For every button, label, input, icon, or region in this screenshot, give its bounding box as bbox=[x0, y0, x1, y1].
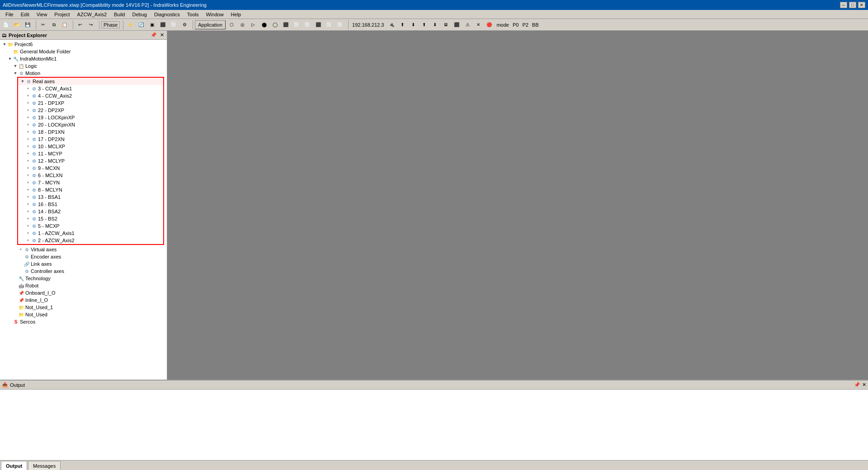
tb-net-5[interactable]: ⬇ bbox=[430, 20, 440, 30]
tb-net-3[interactable]: ⬇ bbox=[408, 20, 418, 30]
tree-node-axis-5[interactable]: + ⚙ 5 - MCXP bbox=[18, 222, 163, 230]
tree-node-axis-15[interactable]: + ⚙ 15 - BS2 bbox=[18, 215, 163, 222]
tb-btn-4[interactable]: ⬛ bbox=[158, 20, 168, 30]
tb-net-8[interactable]: ⚠ bbox=[462, 20, 472, 30]
tree-node-axis-9[interactable]: + ⚙ 9 - MCXN bbox=[18, 164, 163, 172]
tree-node-robot[interactable]: 🤖 Robot bbox=[0, 282, 167, 289]
tree-node-axis-14[interactable]: + ⚙ 14 - BSA2 bbox=[18, 208, 163, 215]
output-close[interactable]: ✕ bbox=[862, 382, 866, 388]
tree-node-controller-axes[interactable]: ⚙ Controller axes bbox=[0, 268, 167, 275]
expand-general-module[interactable] bbox=[7, 49, 13, 54]
tree-node-axis-1[interactable]: + ⚙ 1 - AZCW_Axis1 bbox=[18, 230, 163, 237]
expand-sercos[interactable] bbox=[7, 319, 13, 324]
expand-axis-17[interactable]: + bbox=[25, 136, 31, 142]
tree-node-mlc1[interactable]: ▼ 🔧 IndraMotionMlc1 bbox=[0, 55, 167, 62]
expand-axis-13[interactable]: + bbox=[25, 194, 31, 200]
tb-net-9[interactable]: ✕ bbox=[473, 20, 483, 30]
expand-axis-5[interactable]: + bbox=[25, 223, 31, 229]
tree-node-axis-16[interactable]: + ⚙ 16 - BS1 bbox=[18, 201, 163, 208]
expand-encoder-axes[interactable] bbox=[18, 254, 24, 259]
menu-project[interactable]: Project bbox=[51, 11, 73, 18]
expand-logic[interactable]: ▼ bbox=[13, 63, 18, 69]
expand-axis-15[interactable]: + bbox=[25, 216, 31, 221]
tree-node-link-axes[interactable]: 🔗 Link axes bbox=[0, 260, 167, 268]
expand-axis-3[interactable]: + bbox=[25, 86, 31, 91]
expand-real-axes[interactable]: ▼ bbox=[20, 79, 25, 84]
minimize-button[interactable]: ─ bbox=[840, 2, 847, 8]
expand-axis-11[interactable]: + bbox=[25, 151, 31, 156]
undo-button[interactable]: ↩ bbox=[75, 20, 85, 30]
menu-edit[interactable]: Edit bbox=[17, 11, 33, 18]
tb-btn-3[interactable]: ▣ bbox=[147, 20, 157, 30]
tree-node-axis-8[interactable]: + ⚙ 8 - MCLYN bbox=[18, 186, 163, 193]
tree-node-onboard-io[interactable]: 📌 Onboard_I_O bbox=[0, 289, 167, 296]
tree-node-technology[interactable]: 🔧 Technology bbox=[0, 275, 167, 282]
phase-button[interactable]: Phase bbox=[101, 21, 120, 28]
tb-app-10[interactable]: ⬜ bbox=[324, 20, 334, 30]
expand-axis-20[interactable]: + bbox=[25, 122, 31, 127]
tb-app-5[interactable]: ◯ bbox=[270, 20, 280, 30]
expand-axis-2[interactable]: + bbox=[25, 238, 31, 243]
tree-node-axis-21[interactable]: + ⚙ 21 - DP1XP bbox=[18, 99, 163, 107]
close-button[interactable]: ✕ bbox=[858, 2, 865, 8]
tb-app-1[interactable]: ⬡ bbox=[226, 20, 236, 30]
tree-node-axis-19[interactable]: + ⚙ 19 - LOCKpinXP bbox=[18, 114, 163, 121]
tab-output[interactable]: Output bbox=[1, 461, 27, 470]
redo-button[interactable]: ↪ bbox=[86, 20, 96, 30]
expand-axis-18[interactable]: + bbox=[25, 129, 31, 135]
tree-node-axis-3-ccw1[interactable]: + ⚙ 3 - CCW_Axis1 bbox=[18, 85, 163, 92]
pe-close-button[interactable]: ✕ bbox=[159, 32, 165, 38]
expand-controller-axes[interactable] bbox=[18, 268, 24, 274]
tab-messages[interactable]: Messages bbox=[28, 461, 61, 470]
menu-tools[interactable]: Tools bbox=[184, 11, 203, 18]
menu-diagnostics[interactable]: Diagnostics bbox=[151, 11, 184, 18]
expand-technology[interactable] bbox=[13, 276, 18, 281]
expand-project6[interactable]: ▼ bbox=[2, 42, 7, 47]
tree-node-axis-10[interactable]: + ⚙ 10 - MCLXP bbox=[18, 143, 163, 150]
menu-azcw[interactable]: AZCW_Axis2 bbox=[74, 11, 110, 18]
expand-not-used-1[interactable] bbox=[13, 305, 18, 310]
tree-node-axis-4-ccw2[interactable]: + ⚙ 4 - CCW_Axis2 bbox=[18, 92, 163, 99]
save-button[interactable]: 💾 bbox=[23, 20, 33, 30]
tree-node-axis-17[interactable]: + ⚙ 17 - DP2XN bbox=[18, 136, 163, 143]
expand-axis-6[interactable]: + bbox=[25, 173, 31, 178]
expand-axis-22[interactable]: + bbox=[25, 108, 31, 113]
tree-node-axis-18[interactable]: + ⚙ 18 - DP1XN bbox=[18, 128, 163, 136]
tb-net-7[interactable]: ⬛ bbox=[452, 20, 462, 30]
tb-btn-5[interactable]: ⬜ bbox=[169, 20, 179, 30]
expand-axis-8[interactable]: + bbox=[25, 187, 31, 193]
output-pin[interactable]: 📌 bbox=[854, 382, 860, 388]
expand-axis-12[interactable]: + bbox=[25, 158, 31, 164]
expand-mlc1[interactable]: ▼ bbox=[7, 56, 13, 61]
paste-button[interactable]: 📋 bbox=[60, 20, 70, 30]
tb-btn-2[interactable]: 🔄 bbox=[136, 20, 146, 30]
tree-node-motion[interactable]: ▼ ⚙ Motion bbox=[0, 70, 167, 77]
maximize-button[interactable]: □ bbox=[849, 2, 856, 8]
menu-help[interactable]: Help bbox=[227, 11, 245, 18]
tb-app-3[interactable]: ▷ bbox=[248, 20, 258, 30]
expand-axis-19[interactable]: + bbox=[25, 115, 31, 120]
tb-app-6[interactable]: ⬛ bbox=[281, 20, 291, 30]
expand-onboard-io[interactable] bbox=[13, 290, 18, 296]
tree-node-axis-11[interactable]: + ⚙ 11 - MCYP bbox=[18, 150, 163, 157]
menu-debug[interactable]: Debug bbox=[128, 11, 150, 18]
tree-node-axis-20[interactable]: + ⚙ 20 - LOCKpinXN bbox=[18, 121, 163, 128]
tree-node-not-used[interactable]: 📁 Not_Used bbox=[0, 311, 167, 318]
menu-file[interactable]: File bbox=[2, 11, 17, 18]
tb-app-9[interactable]: ⬛ bbox=[313, 20, 323, 30]
expand-link-axes[interactable] bbox=[18, 261, 24, 267]
tree-node-project6[interactable]: ▼ 📁 Project6 bbox=[0, 41, 167, 48]
expand-virtual-axes[interactable]: + bbox=[18, 247, 24, 252]
tb-net-1[interactable]: 🔌 bbox=[387, 20, 396, 30]
menu-view[interactable]: View bbox=[33, 11, 51, 18]
tb-net-10[interactable]: 🔴 bbox=[484, 20, 494, 30]
tree-node-axis-12[interactable]: + ⚙ 12 - MCLYP bbox=[18, 157, 163, 164]
tree-node-sercos[interactable]: S Sercos bbox=[0, 318, 167, 325]
pe-pin-button[interactable]: 📌 bbox=[150, 32, 158, 38]
expand-robot[interactable] bbox=[13, 283, 18, 288]
tb-btn-1[interactable]: ⚡ bbox=[125, 20, 135, 30]
tree-node-axis-22[interactable]: + ⚙ 22 - DP2XP bbox=[18, 107, 163, 114]
expand-axis-10[interactable]: + bbox=[25, 144, 31, 149]
tb-app-4[interactable]: ⬤ bbox=[259, 20, 269, 30]
new-button[interactable]: 📄 bbox=[1, 20, 11, 30]
